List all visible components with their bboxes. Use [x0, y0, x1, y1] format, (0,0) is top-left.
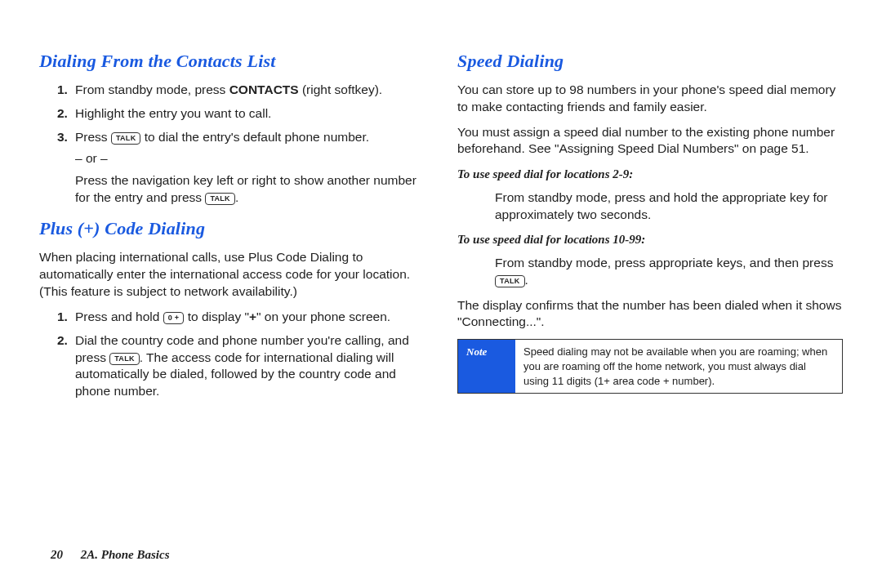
- speed-p2: You must assign a speed dial number to t…: [457, 124, 843, 158]
- text: .: [525, 273, 528, 287]
- note-box: Note Speed dialing may not be available …: [457, 339, 843, 394]
- subheading-2-9: To use speed dial for locations 2-9:: [457, 166, 843, 182]
- text: to dial the entry's default phone number…: [140, 130, 369, 144]
- note-text: Speed dialing may not be available when …: [515, 340, 842, 393]
- talk-key-icon: TALK: [205, 193, 235, 205]
- plus-steps: 1. Press and hold 0 + to display "+" on …: [39, 309, 425, 401]
- page-number: 20: [51, 548, 63, 561]
- zero-plus-key-icon: 0 +: [163, 312, 185, 324]
- right-column: Speed Dialing You can store up to 98 num…: [457, 46, 843, 523]
- text: From standby mode, press: [75, 82, 229, 96]
- speed-p1: You can store up to 98 numbers in your p…: [457, 82, 843, 116]
- step-3: 3. Press TALK to dial the entry's defaul…: [39, 129, 425, 207]
- text: Highlight the entry you want to call.: [75, 105, 425, 122]
- step-2: 2. Dial the country code and phone numbe…: [39, 332, 425, 401]
- step-1: 1. From standby mode, press CONTACTS (ri…: [39, 82, 425, 99]
- page-body: Dialing From the Contacts List 1. From s…: [0, 0, 882, 523]
- text: Press and hold: [75, 310, 163, 323]
- talk-key-icon: TALK: [111, 132, 141, 145]
- contacts-steps: 1. From standby mode, press CONTACTS (ri…: [39, 82, 425, 207]
- subheading-10-99: To use speed dial for locations 10-99:: [457, 231, 843, 247]
- text: .: [235, 190, 238, 204]
- talk-key-icon: TALK: [109, 353, 140, 365]
- text: Press: [75, 130, 111, 144]
- step-1: 1. Press and hold 0 + to display "+" on …: [39, 309, 425, 326]
- heading-speed-dial: Speed Dialing: [457, 49, 843, 74]
- softkey-bold: CONTACTS: [229, 82, 299, 96]
- talk-key-icon: TALK: [495, 275, 525, 287]
- plus-intro: When placing international calls, use Pl…: [39, 249, 425, 301]
- text: Press the navigation key left or right t…: [75, 173, 416, 204]
- text: From standby mode, press appropriate key…: [495, 256, 833, 270]
- text: to display ": [184, 310, 249, 323]
- section-title: 2A. Phone Basics: [81, 548, 170, 561]
- plus-bold: +: [249, 310, 256, 323]
- speed-p3: The display confirms that the number has…: [457, 297, 843, 332]
- left-column: Dialing From the Contacts List 1. From s…: [39, 46, 425, 523]
- sub1-body: From standby mode, press and hold the ap…: [457, 189, 843, 224]
- note-label: Note: [458, 340, 515, 393]
- sub2-body: From standby mode, press appropriate key…: [457, 255, 843, 289]
- heading-plus-code: Plus (+) Code Dialing: [39, 216, 425, 241]
- page-footer: 20 2A. Phone Basics: [51, 548, 170, 562]
- heading-contacts: Dialing From the Contacts List: [39, 49, 425, 74]
- text: " on your phone screen.: [256, 310, 390, 323]
- or-separator: – or –: [75, 150, 425, 167]
- text: (right softkey).: [299, 82, 383, 96]
- step-2: 2. Highlight the entry you want to call.: [39, 105, 425, 122]
